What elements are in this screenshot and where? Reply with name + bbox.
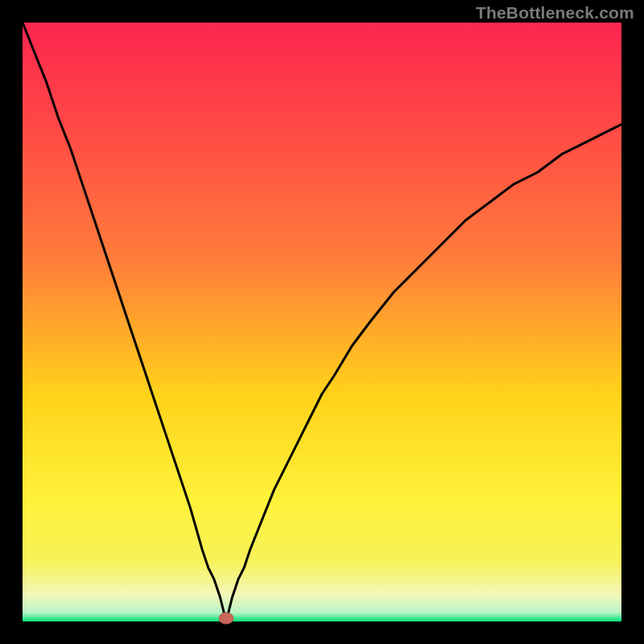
bottleneck-chart: TheBottleneck.com [0,0,644,644]
watermark-label: TheBottleneck.com [476,3,634,23]
chart-canvas [0,0,644,644]
optimal-point-marker [219,613,233,624]
plot-background [23,23,621,621]
